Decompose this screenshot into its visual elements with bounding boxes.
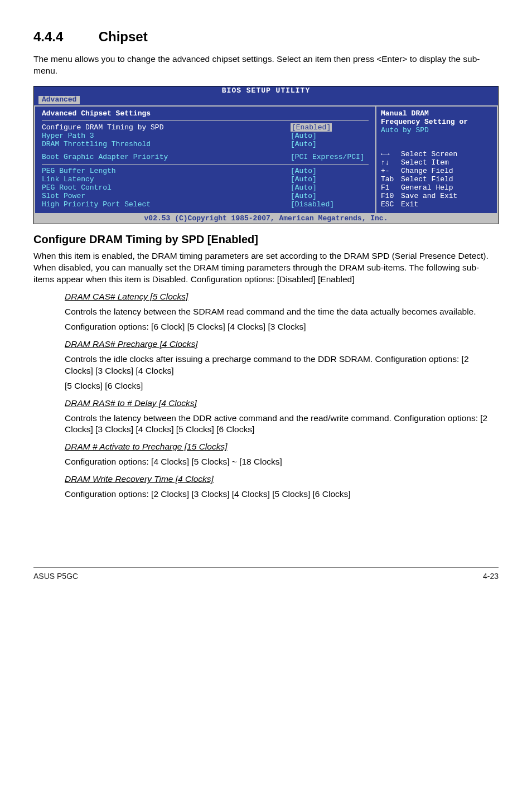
bios-item-value: [Auto] xyxy=(291,184,369,192)
bios-item-label: Link Latency xyxy=(42,176,291,184)
subsection-text: When this item is enabled, the DRAM timi… xyxy=(33,250,499,286)
bios-help-keys: ←→Select Screen ↑↓Select Item +-Change F… xyxy=(381,151,492,209)
dram-item-title: DRAM Write Recovery Time [4 Clocks] xyxy=(65,474,499,485)
bios-row: Slot Power [Auto] xyxy=(42,192,369,201)
bios-item-label: PEG Root Control xyxy=(42,184,291,192)
dram-item-body: Controls the latency between the SDRAM r… xyxy=(65,306,499,318)
intro-text: The menu allows you to change the advanc… xyxy=(33,54,499,77)
footer-right: 4-23 xyxy=(483,571,499,582)
bios-tab-advanced: Advanced xyxy=(38,96,80,104)
dram-item-title: DRAM # Activate to Precharge [15 Clocks] xyxy=(65,441,499,453)
dram-item-title: DRAM RAS# to # Delay [4 Clocks] xyxy=(65,398,499,409)
bios-tab-row: Advanced xyxy=(34,96,498,105)
page-footer: ASUS P5GC 4-23 xyxy=(33,567,499,582)
bios-item-value: [Disabled] xyxy=(291,201,369,209)
section-heading: 4.4.4 Chipset xyxy=(33,28,499,46)
bios-item-label: PEG Buffer Length xyxy=(42,167,291,176)
bios-item-value: [Auto] xyxy=(291,132,369,141)
bios-title: BIOS SETUP UTILITY xyxy=(34,86,498,96)
bios-screenshot: BIOS SETUP UTILITY Advanced Advanced Chi… xyxy=(33,86,499,224)
bios-item-label: DRAM Throttling Threshold xyxy=(42,141,291,149)
bios-item-value: [Auto] xyxy=(291,176,369,184)
bios-item-label: Slot Power xyxy=(42,192,291,201)
bios-item-label: Configure DRAM Timing by SPD xyxy=(42,124,291,132)
bios-row: Configure DRAM Timing by SPD [Enabled] xyxy=(42,124,369,132)
dram-item-body: Controls the latency between the DDR act… xyxy=(65,413,499,436)
dram-item-title: DRAM RAS# Precharge [4 Clocks] xyxy=(65,339,499,350)
bios-row: DRAM Throttling Threshold [Auto] xyxy=(42,141,369,149)
bios-item-value: [Enabled] xyxy=(291,123,332,132)
dram-item-body: Configuration options: [2 Clocks] [3 Clo… xyxy=(65,489,499,500)
dram-item-body: [5 Clocks] [6 Clocks] xyxy=(65,380,499,392)
dram-item-body: Configuration options: [6 Clock] [5 Cloc… xyxy=(65,321,499,333)
bios-divider xyxy=(42,120,369,121)
bios-item-label: Boot Graphic Adapter Priority xyxy=(42,153,291,162)
section-title: Chipset xyxy=(99,29,148,44)
subsection-heading: Configure DRAM Timing by SPD [Enabled] xyxy=(33,232,499,247)
bios-help-text: Manual DRAM Frequency Setting or Auto by… xyxy=(381,110,492,135)
bios-item-label: Hyper Path 3 xyxy=(42,132,291,141)
bios-row: Link Latency [Auto] xyxy=(42,176,369,184)
bios-divider xyxy=(42,164,369,165)
bios-left-panel: Advanced Chipset Settings Configure DRAM… xyxy=(34,105,375,214)
bios-item-value: [Auto] xyxy=(291,167,369,176)
footer-left: ASUS P5GC xyxy=(33,571,78,582)
bios-item-value: [Auto] xyxy=(291,192,369,201)
bios-row: High Priority Port Select [Disabled] xyxy=(42,201,369,209)
section-number: 4.4.4 xyxy=(33,28,95,46)
bios-row: PEG Buffer Length [Auto] xyxy=(42,167,369,176)
bios-body: Advanced Chipset Settings Configure DRAM… xyxy=(34,105,498,214)
bios-row: Boot Graphic Adapter Priority [PCI Expre… xyxy=(42,153,369,162)
bios-right-panel: Manual DRAM Frequency Setting or Auto by… xyxy=(375,105,498,214)
bios-row: PEG Root Control [Auto] xyxy=(42,184,369,192)
dram-item-body: Controls the idle clocks after issuing a… xyxy=(65,354,499,377)
dram-item-title: DRAM CAS# Latency [5 Clocks] xyxy=(65,291,499,303)
bios-item-label: High Priority Port Select xyxy=(42,201,291,209)
dram-item-body: Configuration options: [4 Clocks] [5 Clo… xyxy=(65,456,499,468)
bios-item-value: [Auto] xyxy=(291,141,369,149)
bios-panel-heading: Advanced Chipset Settings xyxy=(42,110,369,118)
bios-row: Hyper Path 3 [Auto] xyxy=(42,132,369,141)
bios-item-value: [PCI Express/PCI] xyxy=(291,153,369,162)
bios-footer: v02.53 (C)Copyright 1985-2007, American … xyxy=(34,214,498,224)
